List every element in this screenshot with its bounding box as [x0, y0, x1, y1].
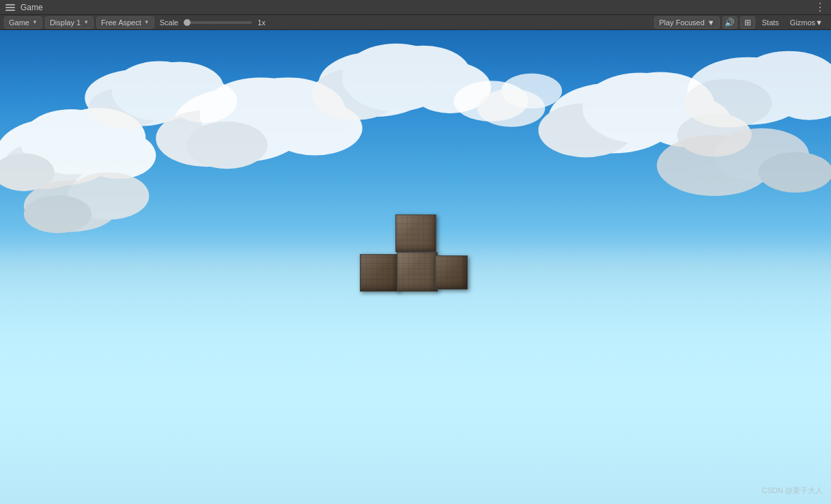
- title-bar-title: Game: [20, 3, 43, 12]
- scale-label: Scale: [160, 18, 179, 27]
- toolbar: Game ▼ Display 1 ▼ Free Aspect ▼ Scale 1…: [0, 15, 831, 30]
- svg-point-40: [477, 89, 545, 127]
- play-focused-button[interactable]: Play Focused ▼: [654, 16, 720, 29]
- audio-icon: 🔊: [724, 18, 735, 27]
- game-dropdown[interactable]: Game ▼: [4, 16, 42, 29]
- watermark: CSDN @栗子大人: [762, 486, 823, 496]
- cube-top: [395, 214, 436, 252]
- game-chevron-icon: ▼: [32, 19, 38, 25]
- svg-point-13: [24, 195, 91, 234]
- scale-slider[interactable]: [184, 21, 252, 24]
- free-aspect-chevron-icon: ▼: [144, 19, 150, 25]
- cube-mid-left: [360, 254, 399, 292]
- watermark-text: CSDN @栗子大人: [762, 486, 823, 494]
- svg-point-33: [684, 79, 772, 127]
- gizmos-label: Gizmos: [790, 18, 815, 27]
- audio-button[interactable]: 🔊: [722, 16, 737, 29]
- display1-dropdown[interactable]: Display 1 ▼: [45, 16, 94, 29]
- cubes-container: [348, 214, 484, 310]
- layers-button[interactable]: ⊞: [740, 16, 755, 29]
- title-bar-menu-icon[interactable]: ⋮: [815, 2, 826, 13]
- svg-point-24: [342, 44, 451, 111]
- cube-mid-right: [435, 255, 468, 290]
- game-label: Game: [9, 18, 29, 27]
- scale-thumb: [184, 19, 191, 26]
- scale-value: 1x: [257, 18, 266, 27]
- play-focused-label: Play Focused: [659, 18, 705, 27]
- gizmos-chevron-icon: ▼: [815, 18, 823, 27]
- stats-button[interactable]: Stats: [758, 16, 783, 29]
- play-focused-chevron-icon: ▼: [707, 18, 715, 27]
- free-aspect-dropdown[interactable]: Free Aspect ▼: [96, 16, 154, 29]
- layers-icon: ⊞: [744, 18, 751, 27]
- title-bar: Game ⋮: [0, 0, 831, 15]
- display1-label: Display 1: [50, 18, 81, 27]
- cube-mid-center: [397, 252, 438, 292]
- free-aspect-label: Free Aspect: [101, 18, 141, 27]
- stats-label: Stats: [762, 18, 779, 27]
- game-viewport: CSDN @栗子大人: [0, 30, 831, 504]
- svg-point-37: [759, 152, 831, 192]
- gizmos-button[interactable]: Gizmos ▼: [786, 16, 827, 29]
- game-icon: [5, 4, 15, 11]
- display1-chevron-icon: ▼: [83, 19, 89, 25]
- svg-point-19: [186, 122, 268, 169]
